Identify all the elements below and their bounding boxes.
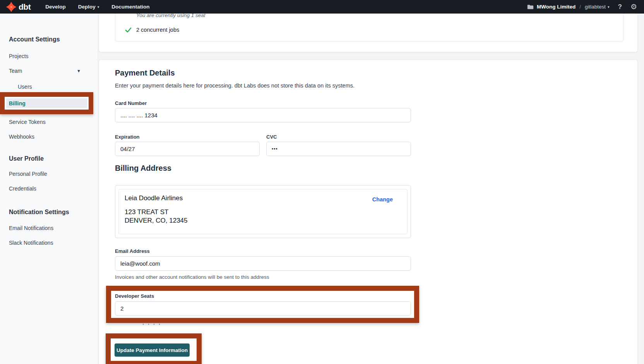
sidebar-item-webhooks[interactable]: Webhooks	[9, 134, 34, 140]
dbt-wordmark: dbt	[19, 3, 31, 11]
check-icon	[125, 27, 132, 33]
sidebar-item-users[interactable]: Users	[18, 84, 32, 90]
annotation-box-billing: Billing	[0, 92, 93, 114]
sidebar-item-slack-notifications[interactable]: Slack Notifications	[9, 240, 53, 246]
billing-address-street: 123 TREAT ST	[125, 208, 401, 216]
nav-item-documentation[interactable]: Documentation	[111, 4, 149, 10]
sidebar-item-credentials[interactable]: Credentials	[9, 185, 36, 192]
main-content: You are currently using 1 seat 2 concurr…	[98, 14, 644, 364]
top-navbar: dbt Develop Deploy ▾ Documentation MWong…	[0, 0, 644, 14]
payment-details-title: Payment Details	[115, 69, 175, 77]
annotation-box-update-button: Update Payment Information	[106, 333, 202, 364]
sidebar-heading-account-settings: Account Settings	[9, 36, 60, 43]
developer-seats-input[interactable]	[115, 301, 411, 316]
nav-item-deploy[interactable]: Deploy ▾	[78, 4, 99, 10]
billing-address-title: Billing Address	[115, 164, 171, 173]
email-address-label: Email Address	[115, 248, 150, 254]
sidebar-heading-notification-settings: Notification Settings	[9, 209, 69, 216]
nav-item-develop-label: Develop	[45, 4, 66, 10]
billing-address-inner: Leia Doodle Airlines 123 TREAT ST DENVER…	[118, 189, 408, 234]
nav-item-deploy-label: Deploy	[78, 4, 96, 10]
billing-address-name: Leia Doodle Airlines	[125, 194, 401, 202]
breadcrumb-separator: /	[579, 4, 581, 10]
dbt-logo[interactable]: dbt	[6, 2, 31, 12]
concurrent-jobs-feature: 2 concurrent jobs	[136, 27, 179, 33]
cvc-label: CVC	[266, 134, 277, 140]
expiration-label: Expiration	[115, 134, 140, 140]
app-screen: You are currently using 1 seat 2 concurr…	[0, 0, 644, 364]
payment-details-subtitle: Enter your payment details here for proc…	[115, 82, 355, 89]
chevron-down-icon[interactable]: ▼	[77, 69, 81, 73]
billing-address-box: Leia Doodle Airlines 123 TREAT ST DENVER…	[115, 185, 411, 238]
navbar-menu: Develop Deploy ▾ Documentation	[45, 4, 149, 10]
billing-address-lines: 123 TREAT ST DENVER, CO, 12345	[125, 208, 401, 225]
folder-icon	[527, 4, 534, 10]
dbt-logo-icon	[6, 2, 16, 12]
developer-seats-label: Developer Seats	[115, 293, 154, 299]
gear-icon[interactable]: ⚙	[630, 3, 637, 10]
expiration-input[interactable]	[115, 142, 260, 156]
account-switcher[interactable]: MWong Limited	[537, 4, 575, 10]
project-name-label: gitlabtest	[585, 4, 606, 10]
billing-address-city: DENVER, CO, 12345	[125, 216, 401, 225]
settings-sidebar: Account Settings Projects Team ▼ Users B…	[0, 14, 98, 364]
sidebar-item-team[interactable]: Team	[9, 68, 22, 74]
email-address-input[interactable]	[115, 256, 411, 271]
nav-item-develop[interactable]: Develop	[45, 4, 66, 10]
card-number-input[interactable]	[115, 108, 411, 122]
help-icon[interactable]: ?	[618, 3, 622, 10]
navbar-right-cluster: MWong Limited / gitlabtest ▾ ? ⚙	[527, 3, 637, 10]
change-address-link[interactable]: Change	[372, 196, 393, 203]
sidebar-item-email-notifications[interactable]: Email Notifications	[9, 225, 53, 231]
clipped-helper-text-remnant	[143, 324, 160, 325]
annotation-box-developer-seats: Developer Seats	[106, 286, 419, 323]
chevron-down-icon: ▾	[98, 5, 99, 9]
nav-item-documentation-label: Documentation	[111, 4, 149, 10]
sidebar-item-billing[interactable]: Billing	[6, 98, 87, 108]
email-helper-text: Invoices and other account notifications…	[115, 274, 269, 280]
sidebar-item-projects[interactable]: Projects	[9, 53, 29, 59]
chevron-down-icon: ▾	[608, 5, 610, 9]
project-switcher[interactable]: gitlabtest ▾	[585, 4, 610, 10]
sidebar-item-billing-label: Billing	[9, 100, 26, 106]
update-payment-button[interactable]: Update Payment Information	[115, 343, 190, 357]
payment-details-card: Payment Details Enter your payment detai…	[99, 60, 638, 364]
cvc-input[interactable]	[266, 142, 411, 156]
card-number-label: Card Number	[115, 100, 147, 106]
sidebar-item-personal-profile[interactable]: Personal Profile	[9, 171, 47, 177]
sidebar-item-service-tokens[interactable]: Service Tokens	[9, 119, 46, 125]
sidebar-heading-user-profile: User Profile	[9, 155, 44, 162]
